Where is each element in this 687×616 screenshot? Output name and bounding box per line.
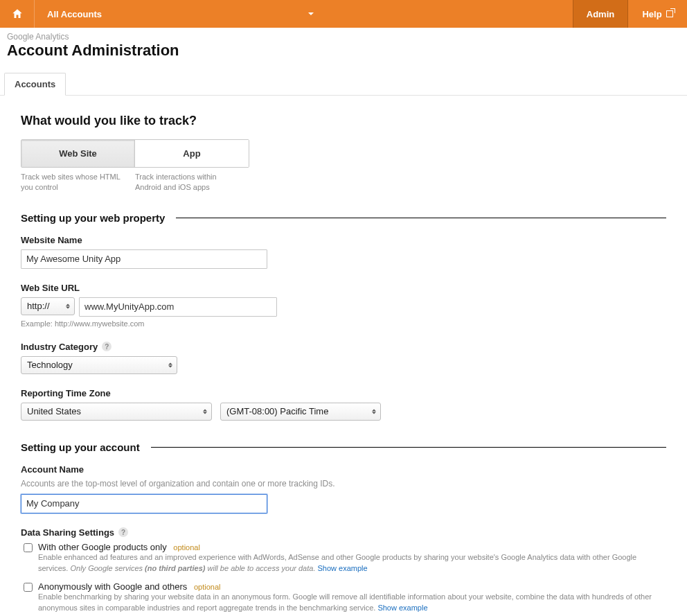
website-name-label: Website Name [21,235,666,245]
website-name-input[interactable] [21,249,267,269]
section-account: Setting up your account [21,441,666,453]
all-accounts-label: All Accounts [47,9,102,19]
section-web-property: Setting up your web property [21,212,666,224]
help-button[interactable]: Help [628,0,687,28]
url-scheme-select[interactable]: http:// [21,297,75,315]
select-arrows-icon [203,409,207,414]
field-account-name: Account Name Accounts are the top-most l… [21,464,666,513]
industry-select[interactable]: Technology [21,356,177,374]
url-example-text: Example: http://www.mywebsite.com [21,319,666,328]
account-name-sub: Accounts are the top-most level of organ… [21,479,666,489]
breadcrumb: Google Analytics [0,28,687,42]
home-button[interactable] [0,0,35,28]
sharing-opt2-checkbox[interactable] [24,583,33,592]
tab-accounts[interactable]: Accounts [4,73,66,96]
select-arrows-icon [168,362,172,367]
field-data-sharing: Data Sharing Settings ? With other Googl… [21,527,666,614]
select-arrows-icon [372,409,376,414]
track-heading: What would you like to track? [21,114,666,128]
external-link-icon [666,10,673,17]
help-icon[interactable]: ? [102,342,111,351]
data-sharing-label: Data Sharing Settings ? [21,527,666,538]
field-website-url: Web Site URL http:// Example: http://www… [21,283,666,328]
chevron-down-icon [308,12,314,15]
sharing-opt1-desc: Enable enhanced ad features and an impro… [38,552,666,574]
timezone-tz-select[interactable]: (GMT-08:00) Pacific Time [220,403,381,421]
topbar: All Accounts Admin Help [0,0,687,28]
show-example-link[interactable]: Show example [318,564,368,572]
field-timezone: Reporting Time Zone United States (GMT-0… [21,388,666,421]
account-name-label: Account Name [21,464,666,475]
show-example-link[interactable]: Show example [377,604,427,612]
page-title: Account Administration [0,42,687,72]
toggle-web-site[interactable]: Web Site [21,140,135,167]
all-accounts-dropdown[interactable]: All Accounts [35,0,573,28]
sharing-opt1-checkbox[interactable] [24,543,33,552]
sharing-opt2-title: Anonymously with Google and others [38,581,187,592]
field-industry: Industry Category ? Technology [21,342,666,374]
optional-badge: optional [173,543,200,552]
sharing-opt2-desc: Enable benchmarking by sharing your webs… [38,592,666,614]
account-name-input[interactable] [21,494,267,513]
website-url-label: Web Site URL [21,283,666,293]
sharing-opt-google-only: With other Google products only optional… [21,542,666,574]
content: What would you like to track? Web Site A… [0,96,687,616]
tabs: Accounts [0,72,687,96]
toggle-app-desc: Track interactions within Android and iO… [135,172,249,193]
admin-button[interactable]: Admin [573,0,628,28]
optional-badge: optional [194,583,221,591]
select-arrows-icon [66,303,70,308]
toggle-app[interactable]: App [135,140,249,167]
timezone-label: Reporting Time Zone [21,388,666,398]
home-icon [11,8,24,20]
sharing-opt-anonymous: Anonymously with Google and others optio… [21,581,666,614]
sharing-opt1-title: With other Google products only [38,542,167,552]
timezone-country-select[interactable]: United States [21,403,212,421]
help-icon[interactable]: ? [118,527,128,537]
industry-label: Industry Category ? [21,342,666,352]
field-website-name: Website Name [21,235,666,269]
track-type-toggle: Web Site App [21,139,249,168]
toggle-descriptions: Track web sites whose HTML you control T… [21,172,249,193]
toggle-web-desc: Track web sites whose HTML you control [21,172,135,193]
website-url-input[interactable] [79,297,277,317]
